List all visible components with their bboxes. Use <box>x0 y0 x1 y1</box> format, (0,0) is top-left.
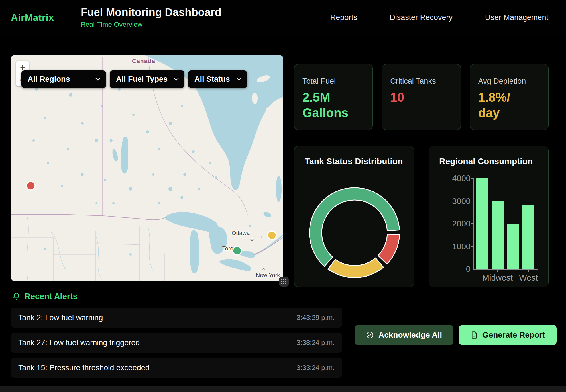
resize-handle[interactable] <box>279 277 289 287</box>
y-tick-label: 1000 <box>429 242 471 251</box>
y-tick-label: 0 <box>429 264 471 274</box>
status-filter-value: All Status <box>194 75 230 84</box>
brand-logo[interactable]: AirMatrix <box>11 0 54 35</box>
alert-message: Tank 27: Low fuel warning triggered <box>18 338 140 347</box>
bar-West <box>522 205 534 269</box>
document-icon <box>471 331 478 339</box>
chevron-down-icon <box>95 78 100 81</box>
acknowledge-all-button[interactable]: Acknowledge All <box>355 325 453 345</box>
y-axis-line <box>473 178 474 270</box>
page-subtitle: Real-Time Overview <box>81 21 221 28</box>
window-bottom-strip <box>0 386 566 392</box>
x-tick-label: West <box>508 273 548 283</box>
stat-cards: Total Fuel 2.5M Gallons Critical Tanks 1… <box>294 64 549 130</box>
stat-card-critical-tanks: Critical Tanks 10 <box>382 64 461 130</box>
alert-timestamp: 3:43:29 p.m. <box>297 314 335 322</box>
map-panel: Canada Ottawa Toronto New York + − All <box>11 55 283 281</box>
regional-consumption-bar-chart: 01000200030004000MidwestWest <box>429 146 548 287</box>
tank-marker-critical[interactable] <box>27 181 35 190</box>
fuel-type-filter-dropdown[interactable]: All Fuel Types <box>110 70 184 88</box>
alert-row: Tank 2: Low fuel warning 3:43:29 p.m. <box>11 308 342 328</box>
tank-status-card: Tank Status Distribution <box>294 146 414 287</box>
chevron-down-icon <box>174 78 179 81</box>
map-label-ottawa: Ottawa <box>232 230 250 236</box>
y-tick-mark <box>471 223 473 224</box>
recent-alerts-heading: Recent Alerts <box>13 292 78 301</box>
alert-timestamp: 3:33:24 p.m. <box>297 364 335 372</box>
generate-report-button[interactable]: Generate Report <box>459 325 557 345</box>
y-tick-mark <box>471 201 473 201</box>
x-tick-mark <box>497 270 498 272</box>
grip-dots-icon <box>281 279 287 285</box>
stat-value: 2.5M Gallons <box>302 90 365 120</box>
y-tick-mark <box>471 246 473 247</box>
stat-card-avg-depletion: Avg Depletion 1.8%/ day <box>470 64 549 130</box>
stat-value: 1.8%/ day <box>478 90 540 120</box>
alert-timestamp: 3:38:24 p.m. <box>297 339 335 347</box>
bell-icon <box>13 292 20 301</box>
tank-marker-warning[interactable] <box>268 231 276 240</box>
stat-label: Total Fuel <box>302 77 365 86</box>
y-tick-mark <box>471 178 473 179</box>
stat-value: 10 <box>390 90 452 105</box>
bar-series-0 <box>476 178 488 269</box>
main-nav: Reports Disaster Recovery User Managemen… <box>330 0 548 35</box>
bar-Midwest <box>492 201 504 269</box>
generate-report-label: Generate Report <box>482 330 545 340</box>
nav-item-disaster-recovery[interactable]: Disaster Recovery <box>390 13 453 22</box>
bar-series-2 <box>507 224 519 269</box>
y-tick-label: 3000 <box>429 196 471 206</box>
map-label-new-york: New York <box>256 272 280 278</box>
stat-label: Critical Tanks <box>390 77 452 86</box>
fuel-type-filter-value: All Fuel Types <box>116 75 168 84</box>
map-canvas[interactable]: Canada Ottawa Toronto New York + − All <box>11 55 283 281</box>
status-filter-dropdown[interactable]: All Status <box>188 70 247 88</box>
regional-consumption-card: Regional Consumption 01000200030004000Mi… <box>429 146 549 287</box>
title-block: Fuel Monitoring Dashboard Real-Time Over… <box>81 0 221 35</box>
alert-row: Tank 15: Pressure threshold exceeded 3:3… <box>11 358 342 378</box>
fuel-monitoring-dashboard: AirMatrix Fuel Monitoring Dashboard Real… <box>0 0 566 392</box>
recent-alerts-title: Recent Alerts <box>25 292 78 301</box>
alert-message: Tank 15: Pressure threshold exceeded <box>18 364 150 372</box>
map-label-canada: Canada <box>132 58 155 64</box>
x-tick-mark <box>528 270 529 272</box>
map-svg: Canada Ottawa Toronto New York <box>11 55 283 281</box>
nav-item-user-management[interactable]: User Management <box>485 13 548 22</box>
y-tick-label: 2000 <box>429 219 471 228</box>
chevron-down-icon <box>237 78 241 81</box>
page-title: Fuel Monitoring Dashboard <box>81 7 221 19</box>
stat-card-total-fuel: Total Fuel 2.5M Gallons <box>294 64 373 130</box>
nav-item-reports[interactable]: Reports <box>330 13 357 22</box>
y-tick-mark <box>471 269 473 269</box>
tank-marker-normal[interactable] <box>233 246 241 255</box>
check-circle-icon <box>366 331 374 339</box>
header: AirMatrix Fuel Monitoring Dashboard Real… <box>0 0 566 35</box>
region-filter-dropdown[interactable]: All Regions <box>21 70 106 88</box>
alert-message: Tank 2: Low fuel warning <box>18 313 103 322</box>
alert-row: Tank 27: Low fuel warning triggered 3:38… <box>11 333 342 353</box>
map-filter-bar: All Regions All Fuel Types All Status <box>21 70 247 88</box>
stat-label: Avg Depletion <box>478 77 540 86</box>
region-filter-value: All Regions <box>28 75 70 84</box>
tank-status-donut-chart <box>294 146 414 287</box>
y-tick-label: 4000 <box>429 173 471 183</box>
donut-segment-warning[interactable] <box>328 258 383 278</box>
acknowledge-all-label: Acknowledge All <box>378 330 442 340</box>
donut-segment-critical[interactable] <box>378 234 400 264</box>
